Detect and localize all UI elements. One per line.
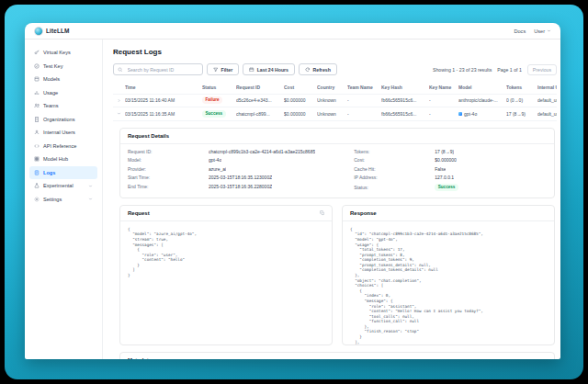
- filter-button-label: Filter: [221, 67, 233, 73]
- field-value: 127.0.0.1: [435, 175, 454, 180]
- field-value: chatcmpl-c899c1b3-ca2e-4214-a6d1-a3ae215…: [209, 149, 315, 154]
- logs-table: Time Status Request ID Cost Country Team…: [113, 82, 557, 121]
- search-input[interactable]: [126, 66, 199, 73]
- refresh-icon: [305, 67, 311, 73]
- copy-icon[interactable]: [320, 210, 325, 216]
- test-key-icon: [34, 63, 40, 69]
- filter-button[interactable]: Filter: [207, 63, 239, 75]
- sidebar-item-models[interactable]: Models: [29, 73, 97, 86]
- sidebar-item-experimental[interactable]: Experimental: [29, 179, 97, 193]
- logs-list-icon: [34, 170, 40, 175]
- request-panel-title: Request: [128, 210, 150, 216]
- litellm-app-window: LiteLLM Docs User Virtual Keys Test Key: [25, 23, 560, 359]
- refresh-button[interactable]: Refresh: [299, 63, 337, 75]
- app-header: LiteLLM Docs User: [25, 23, 560, 40]
- status-badge: Failure: [202, 96, 222, 104]
- sidebar-item-organizations[interactable]: Organizations: [29, 113, 97, 127]
- table-row[interactable]: 03/15/2025 11:16:40 AM Failure d5c26ce4-…: [113, 95, 557, 108]
- request-details-title: Request Details: [120, 129, 554, 144]
- sidebar-item-logs[interactable]: Logs: [29, 166, 97, 180]
- cell-tokens: 17 (8→9): [506, 111, 537, 117]
- people-icon: [34, 103, 40, 108]
- sidebar-item-label: Experimental: [43, 183, 74, 188]
- expanded-row-details: Request Details Request ID:chatcmpl-c899…: [113, 121, 557, 360]
- field-value: False: [435, 166, 446, 172]
- previous-page-button[interactable]: Previous: [527, 64, 557, 75]
- cell-request-id: chatcmpl-c899...: [236, 111, 284, 117]
- user-menu-label: User: [534, 28, 545, 34]
- grid-icon: [34, 156, 40, 162]
- field-label: Cost:: [354, 157, 435, 163]
- sidebar-item-api-reference[interactable]: API Reference: [29, 140, 97, 153]
- status-badge: Success: [202, 110, 226, 118]
- cell-internal-user: default_user_id: [537, 97, 557, 103]
- field-value: gpt-4o: [209, 157, 221, 163]
- funnel-icon: [213, 67, 219, 73]
- field-label: Status:: [354, 185, 435, 190]
- sidebar: Virtual Keys Test Key Models Usage Teams…: [25, 40, 103, 359]
- sidebar-item-label: Model Hub: [43, 156, 68, 162]
- page-title: Request Logs: [113, 48, 557, 56]
- sidebar-item-teams[interactable]: Teams: [29, 99, 97, 113]
- user-menu[interactable]: User: [534, 28, 551, 34]
- toolbar: Filter Last 24 Hours Refresh Showing 1 -…: [113, 63, 557, 75]
- cell-model: gpt-4o: [464, 111, 477, 117]
- sidebar-item-usage[interactable]: Usage: [29, 86, 97, 100]
- col-tokens: Tokens: [506, 85, 537, 90]
- results-summary: Showing 1 - 23 of 23 results: [433, 67, 492, 73]
- response-json: { "id": "chatcmpl-c899c1b3-ca2e-4214-a6d…: [343, 221, 554, 344]
- col-country: Country: [317, 85, 347, 90]
- cell-country: Unknown: [317, 111, 347, 117]
- cell-key-name: -: [429, 111, 458, 117]
- sidebar-item-label: API Reference: [43, 143, 76, 149]
- cell-team-name: -: [347, 97, 381, 103]
- cell-country: Unknown: [317, 97, 347, 103]
- docs-link[interactable]: Docs: [514, 28, 526, 34]
- cell-internal-user: default_user_id: [537, 111, 557, 117]
- field-value: $0.000000: [435, 157, 457, 163]
- chevron-down-icon[interactable]: [88, 197, 93, 201]
- col-cost: Cost: [284, 85, 317, 90]
- search-box[interactable]: [113, 63, 203, 75]
- field-label: Model:: [128, 157, 209, 163]
- chevron-down-icon: [547, 28, 551, 33]
- field-label: Cache Hit:: [354, 166, 435, 172]
- request-panel: Request { "model": "azure_ai/gpt-4o", "s…: [119, 205, 333, 345]
- search-icon: [118, 67, 123, 73]
- table-header-row: Time Status Request ID Cost Country Team…: [113, 82, 557, 95]
- field-value: azure_ai: [209, 166, 226, 172]
- sidebar-item-label: Teams: [43, 103, 58, 108]
- chevron-down-icon[interactable]: [88, 184, 93, 188]
- sidebar-item-test-key[interactable]: Test Key: [29, 60, 97, 73]
- code-icon: [34, 143, 40, 149]
- sidebar-item-internal-users[interactable]: Internal Users: [29, 126, 97, 140]
- metadata-title: Metadata: [120, 353, 554, 359]
- cell-cost: $0.000000: [284, 111, 317, 117]
- col-key-name: Key Name: [429, 85, 458, 90]
- field-label: Start Time:: [128, 175, 209, 180]
- sidebar-item-label: Models: [43, 76, 60, 82]
- field-label: End Time:: [128, 184, 209, 189]
- key-icon: [34, 50, 40, 55]
- col-model: Model: [458, 85, 506, 90]
- building-icon: [34, 117, 40, 122]
- chevron-right-icon[interactable]: [113, 98, 125, 103]
- sidebar-item-model-hub[interactable]: Model Hub: [29, 152, 97, 166]
- cell-time: 03/15/2025 11:16:35 AM: [125, 111, 202, 117]
- table-row-expanded[interactable]: 03/15/2025 11:16:35 AM Success chatcmpl-…: [113, 107, 557, 121]
- field-value: 17 (8→9): [435, 149, 454, 154]
- time-range-button[interactable]: Last 24 Hours: [243, 63, 295, 75]
- col-time: Time: [125, 85, 202, 90]
- cell-tokens: 0 (0→0): [506, 97, 537, 103]
- status-badge: Success: [435, 184, 458, 191]
- cell-key-hash: fb66c565915c6...: [381, 111, 429, 117]
- cell-time: 03/15/2025 11:16:40 AM: [125, 97, 202, 103]
- litellm-logo-icon: [34, 27, 43, 36]
- col-team-name: Team Name: [347, 85, 381, 90]
- flask-icon: [34, 183, 40, 188]
- chevron-down-icon[interactable]: [113, 111, 125, 116]
- field-label: Tokens:: [354, 149, 435, 154]
- cell-request-id: d5c26ce4-e343...: [236, 97, 284, 103]
- sidebar-item-virtual-keys[interactable]: Virtual Keys: [29, 46, 97, 60]
- sidebar-item-settings[interactable]: Settings: [29, 193, 97, 207]
